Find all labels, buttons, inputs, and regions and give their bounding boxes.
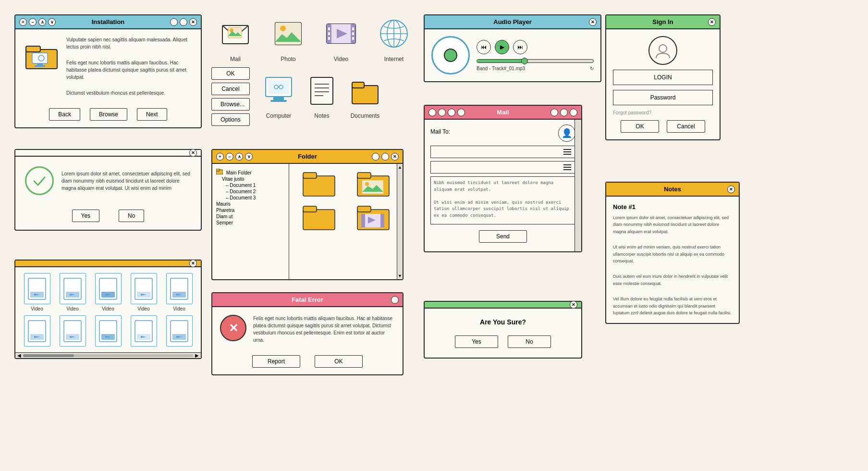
browse-icon-btn[interactable]: Browse... <box>211 98 250 111</box>
mail-close-icon[interactable]: ✕ <box>570 109 577 116</box>
signin-cancel-button[interactable]: Cancel <box>667 120 705 133</box>
report-button[interactable]: Report <box>252 355 300 368</box>
mail-to-input[interactable] <box>430 146 575 158</box>
audio-close-icon[interactable]: ✕ <box>589 18 597 26</box>
video-file-icon-7[interactable] <box>60 315 86 347</box>
signin-ok-cancel: OK Cancel <box>621 120 705 133</box>
send-button[interactable]: Send <box>479 230 527 243</box>
folder-up-btn[interactable]: ∧ <box>235 153 243 161</box>
circle-btn2[interactable] <box>180 18 187 26</box>
svg-rect-2 <box>32 53 48 63</box>
video-file-icon-1[interactable] <box>24 273 50 304</box>
play-button[interactable]: ▶ <box>495 40 509 54</box>
video-close-icon[interactable]: ✕ <box>189 260 197 267</box>
scroll-left-btn[interactable]: ◀ <box>17 353 21 358</box>
user-avatar-icon: 👤 <box>558 124 575 142</box>
svg-rect-75 <box>303 173 317 178</box>
error-ok-button[interactable]: OK <box>315 355 363 368</box>
back-button[interactable]: Back <box>49 108 80 121</box>
mail-subject-input[interactable] <box>430 161 575 174</box>
confirm-close-icon[interactable]: ✕ <box>570 301 577 309</box>
photo-icon[interactable] <box>269 14 307 53</box>
doc1-item[interactable]: – Document 1 <box>226 183 285 188</box>
notes-close-icon[interactable]: ✕ <box>727 186 735 193</box>
close-icon[interactable]: ✕ <box>189 18 197 26</box>
vitae-justo-item[interactable]: Vitae justo <box>222 176 285 182</box>
folder-scrollbar[interactable]: ▲ ▼ <box>397 164 403 279</box>
scroll-up-arrow[interactable]: ▲ <box>398 165 402 170</box>
folder-icon-4[interactable] <box>348 202 398 231</box>
slider-knob[interactable] <box>521 58 528 64</box>
video-file-icon-4[interactable] <box>131 273 157 304</box>
video-file-icon-9[interactable] <box>131 315 157 347</box>
notes-icon[interactable] <box>303 71 341 110</box>
error-close-icon[interactable]: ✕ <box>391 296 399 304</box>
mail-down-btn[interactable]: ∨ <box>457 109 465 116</box>
folder-circle1[interactable] <box>372 153 379 161</box>
video-file-icon-5[interactable] <box>166 273 193 304</box>
login-button[interactable]: LOGIN <box>613 70 713 85</box>
folder-minus-btn[interactable]: – <box>226 153 233 161</box>
folder-icon-3[interactable] <box>294 202 343 231</box>
folder-plus-btn[interactable]: + <box>216 153 224 161</box>
mail-scrollbar[interactable] <box>575 120 581 251</box>
mail-up-btn[interactable]: ∧ <box>448 109 455 116</box>
forward-button[interactable]: ⏭ <box>513 40 527 54</box>
video-file-icon-2[interactable] <box>60 273 86 304</box>
scroll-right-btn[interactable]: ▶ <box>195 353 199 358</box>
confirm-yes-button[interactable]: Yes <box>455 335 498 348</box>
main-folder-item[interactable]: Main Folder <box>216 169 285 175</box>
folder-down-btn[interactable]: ∨ <box>245 153 253 161</box>
documents-icon[interactable] <box>346 71 384 110</box>
circle-btn1[interactable] <box>170 18 178 26</box>
maximize-btn[interactable]: – <box>29 18 37 26</box>
cancel-icon-btn[interactable]: Cancel <box>211 83 250 95</box>
confirm-no-button[interactable]: No <box>508 335 551 348</box>
scroll-down-arrow[interactable]: ▼ <box>398 273 402 278</box>
signin-close-icon[interactable]: ✕ <box>708 18 716 26</box>
doc3-item[interactable]: – Document 3 <box>226 195 285 200</box>
mail-body-textarea[interactable]: Nibh euismod tincidunt ut laoreet dolore… <box>430 176 575 224</box>
mail-icon[interactable] <box>216 14 255 53</box>
folder-icon-2[interactable] <box>348 169 398 198</box>
documents-icon-item: Documents <box>346 71 384 119</box>
computer-icon[interactable] <box>259 71 298 110</box>
folder-circle2[interactable] <box>381 153 389 161</box>
video-file-icon-6[interactable] <box>24 315 50 347</box>
rewind-button[interactable]: ⏮ <box>477 40 491 54</box>
ok-icon-btn[interactable]: OK <box>211 67 250 80</box>
yes-button[interactable]: Yes <box>72 210 100 222</box>
svg-rect-83 <box>357 206 371 212</box>
next-button[interactable]: Next <box>137 108 167 121</box>
mail-minus-btn[interactable]: – <box>438 109 446 116</box>
video-window: ✕ Video <box>14 260 202 359</box>
video-file-icon-10[interactable] <box>166 315 193 347</box>
audio-progress-bar[interactable] <box>477 59 594 63</box>
password-button[interactable]: Password <box>613 90 713 105</box>
mauris-item[interactable]: Mauris <box>216 201 285 207</box>
signin-ok-button[interactable]: OK <box>621 120 659 133</box>
browse-button[interactable]: Browse <box>90 108 127 121</box>
success-close-icon[interactable]: ✕ <box>189 149 197 157</box>
svg-rect-4 <box>35 65 45 67</box>
video-file-icon-8[interactable] <box>95 315 122 347</box>
video-icon[interactable] <box>322 14 360 53</box>
pharetra-item[interactable]: Pharetra <box>216 208 285 213</box>
arrow-up-btn[interactable]: ∧ <box>38 18 46 26</box>
doc2-item[interactable]: – Document 2 <box>226 189 285 194</box>
mail-circle1[interactable] <box>550 109 558 116</box>
arrow-down-btn[interactable]: ∨ <box>48 18 56 26</box>
folder-icon-1[interactable] <box>294 169 343 198</box>
folder-close-icon[interactable]: ✕ <box>391 153 399 161</box>
semper-item[interactable]: Semper <box>216 220 285 225</box>
video-file-icon-3[interactable] <box>95 273 122 304</box>
forgot-password-link[interactable]: Forgot password? <box>613 110 651 115</box>
options-icon-btn[interactable]: Options <box>211 113 250 126</box>
no-button[interactable]: No <box>119 210 144 222</box>
mail-circle2[interactable] <box>560 109 568 116</box>
minimize-btn[interactable]: + <box>19 18 27 26</box>
horizontal-scrollbar[interactable]: ◀ ▶ <box>15 352 201 358</box>
diam-item[interactable]: Diam ut <box>216 214 285 219</box>
mail-plus-btn[interactable]: + <box>428 109 436 116</box>
internet-icon[interactable] <box>375 14 413 53</box>
